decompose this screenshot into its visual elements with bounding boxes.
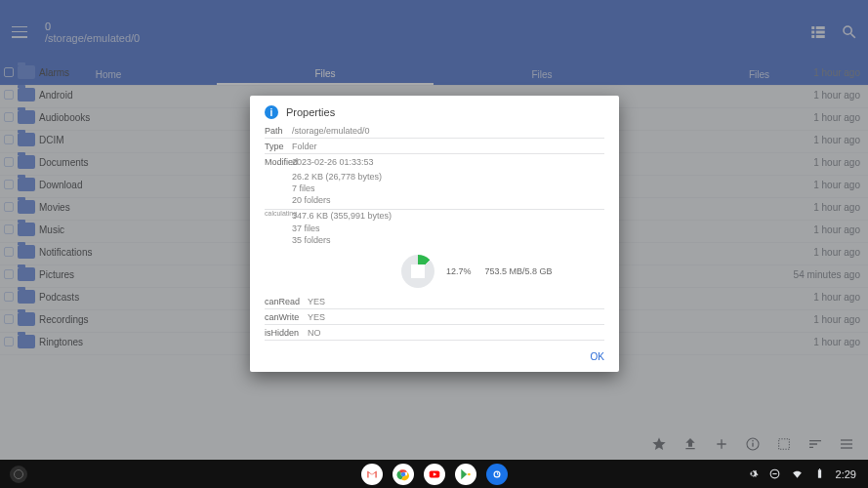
val-modified: 2023-02-26 01:33:53: [292, 157, 374, 167]
youtube-icon[interactable]: [424, 464, 445, 485]
svg-point-13: [400, 471, 405, 476]
dialog-info-icon: i: [265, 105, 278, 119]
total-files: 37 files: [292, 223, 392, 234]
lbl-type: Type: [265, 142, 292, 151]
play-store-icon[interactable]: [455, 464, 476, 485]
val-path: /storage/emulated/0: [292, 126, 370, 136]
svg-rect-18: [817, 469, 820, 478]
pie-chart: [401, 255, 434, 288]
direct-block: 26.2 KB (26,778 bytes) 7 files 20 folder…: [265, 169, 604, 210]
battery-icon: [813, 468, 826, 480]
launcher-icon[interactable]: [10, 466, 27, 483]
total-size: 347.6 KB (355,991 bytes): [292, 210, 392, 222]
files-app-icon[interactable]: [486, 464, 508, 485]
svg-rect-17: [772, 473, 776, 474]
dnd-icon: [768, 468, 781, 480]
direct-folders: 20 folders: [292, 194, 604, 206]
gmail-icon[interactable]: [361, 464, 383, 485]
val-type: Folder: [292, 142, 317, 151]
system-tray[interactable]: 2:29: [746, 468, 856, 480]
direct-files: 7 files: [292, 183, 604, 194]
properties-dialog: i Properties Path/storage/emulated/0 Typ…: [250, 96, 619, 372]
direct-size: 26.2 KB (26,778 bytes): [292, 171, 604, 183]
shelf-apps: [361, 464, 508, 485]
dialog-title: Properties: [286, 106, 335, 118]
val-canread: YES: [308, 297, 325, 306]
ok-button[interactable]: OK: [591, 351, 604, 362]
wifi-icon: [791, 468, 804, 480]
lbl-path: Path: [265, 126, 292, 136]
val-ishidden: NO: [308, 328, 321, 338]
lbl-modified: Modified: [265, 157, 292, 167]
lbl-canwrite: canWrite: [265, 312, 308, 322]
lbl-canread: canRead: [265, 297, 308, 306]
lbl-ishidden: isHidden: [265, 328, 308, 338]
storage-usage-row: 12.7% 753.5 MB/5.8 GB: [265, 249, 604, 294]
clock: 2:29: [836, 468, 856, 480]
lbl-total: calculating: [265, 210, 292, 248]
val-canwrite: YES: [308, 312, 325, 322]
total-folders: 35 folders: [292, 234, 392, 246]
gear-icon[interactable]: [746, 468, 759, 480]
pie-percent: 12.7%: [446, 266, 472, 276]
pie-usage: 753.5 MB/5.8 GB: [485, 266, 553, 276]
chrome-icon[interactable]: [393, 464, 414, 485]
svg-rect-19: [819, 468, 820, 469]
system-nav-bar: 2:29: [0, 460, 868, 488]
